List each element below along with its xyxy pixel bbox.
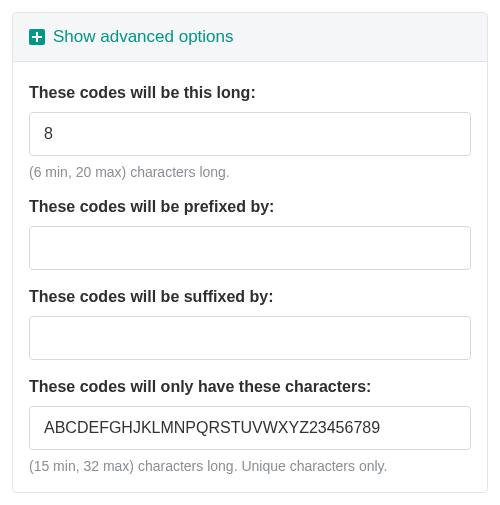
code-length-help: (6 min, 20 max) characters long.	[29, 164, 471, 180]
advanced-options-body: These codes will be this long: (6 min, 2…	[13, 62, 487, 492]
code-prefix-input[interactable]	[29, 226, 471, 270]
code-charset-label: These codes will only have these charact…	[29, 378, 471, 396]
code-suffix-label: These codes will be suffixed by:	[29, 288, 471, 306]
advanced-options-panel: Show advanced options These codes will b…	[12, 12, 488, 493]
code-prefix-label: These codes will be prefixed by:	[29, 198, 471, 216]
plus-icon	[29, 29, 45, 45]
field-code-charset: These codes will only have these charact…	[29, 378, 471, 474]
field-code-prefix: These codes will be prefixed by:	[29, 198, 471, 270]
code-length-input[interactable]	[29, 112, 471, 156]
advanced-options-toggle-label: Show advanced options	[53, 27, 234, 47]
code-suffix-input[interactable]	[29, 316, 471, 360]
code-length-label: These codes will be this long:	[29, 84, 471, 102]
advanced-options-toggle[interactable]: Show advanced options	[13, 13, 487, 62]
field-code-suffix: These codes will be suffixed by:	[29, 288, 471, 360]
code-charset-input[interactable]	[29, 406, 471, 450]
field-code-length: These codes will be this long: (6 min, 2…	[29, 84, 471, 180]
code-charset-help: (15 min, 32 max) characters long. Unique…	[29, 458, 471, 474]
